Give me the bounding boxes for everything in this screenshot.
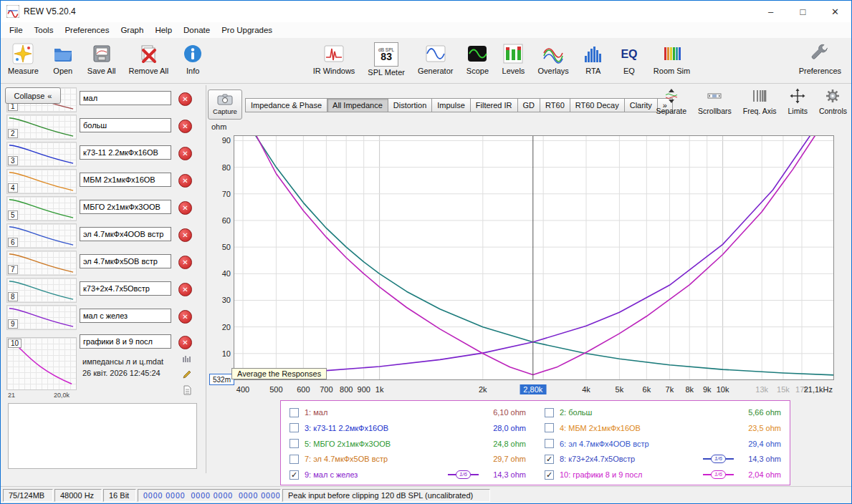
trace-visibility-checkbox[interactable]: [289, 423, 299, 432]
remove-all-button[interactable]: Remove All: [126, 41, 172, 77]
measurement-row[interactable]: 8✕: [4, 277, 206, 304]
measurement-row[interactable]: 5✕: [4, 195, 206, 222]
tab-filtered-ir[interactable]: Filtered IR: [470, 98, 518, 112]
trace-visibility-checkbox[interactable]: [545, 408, 554, 417]
delete-measurement-button[interactable]: ✕: [178, 256, 192, 269]
open-button[interactable]: Open: [49, 41, 77, 77]
notes-box[interactable]: [8, 403, 197, 469]
cursor-frequency-readout[interactable]: 2,80k: [520, 384, 546, 394]
maximize-button[interactable]: □: [787, 1, 819, 22]
smoothing-indicator[interactable]: 1/6: [703, 470, 734, 479]
measurement-row[interactable]: 9✕: [4, 304, 206, 331]
measurement-thumbnail[interactable]: 5: [6, 196, 77, 221]
measurement-row[interactable]: 3✕: [4, 141, 206, 168]
eq-button[interactable]: EQEQ: [615, 41, 643, 78]
menu-item-graph[interactable]: Graph: [115, 24, 149, 37]
tab-distortion[interactable]: Distortion: [388, 98, 432, 112]
measurement-thumbnail[interactable]: 3: [6, 142, 77, 167]
measurement-name-input[interactable]: [80, 118, 171, 132]
delete-measurement-button[interactable]: ✕: [178, 228, 192, 242]
measurement-thumbnail[interactable]: 6: [6, 223, 77, 248]
menu-item-file[interactable]: File: [4, 24, 29, 37]
tab-impulse[interactable]: Impulse: [431, 98, 471, 112]
trace-visibility-checkbox[interactable]: ✓: [289, 470, 299, 480]
room-sim-button[interactable]: Room Sim: [651, 41, 693, 78]
menu-item-donate[interactable]: Donate: [178, 24, 216, 37]
measurement-thumbnail[interactable]: 2: [6, 115, 77, 140]
measurement-thumbnail[interactable]: 8: [6, 278, 77, 303]
impedance-plot[interactable]: [234, 135, 834, 380]
measurement-name-input[interactable]: [80, 91, 171, 105]
trace-visibility-checkbox[interactable]: [289, 455, 299, 464]
delete-measurement-button[interactable]: ✕: [178, 147, 192, 160]
measurement-name-input[interactable]: [80, 309, 171, 323]
tab-clarity[interactable]: Clarity: [624, 98, 658, 112]
trace-visibility-checkbox[interactable]: [545, 439, 554, 448]
measurement-row[interactable]: 6✕: [4, 223, 206, 249]
measurement-thumbnail[interactable]: 9: [6, 305, 77, 330]
close-button[interactable]: ✕: [819, 1, 851, 22]
delete-measurement-button[interactable]: ✕: [178, 201, 192, 215]
generator-button[interactable]: Generator: [415, 41, 456, 78]
tab-all-impedance[interactable]: All Impedance: [327, 98, 388, 112]
selected-measurement-thumbnail[interactable]: 10: [6, 337, 77, 390]
ir-windows-button[interactable]: IR Windows: [310, 41, 358, 78]
measure-button[interactable]: Measure: [5, 41, 42, 77]
preferences-button[interactable]: Preferences: [796, 41, 844, 77]
menu-item-preferences[interactable]: Preferences: [59, 24, 115, 37]
tab-rt60[interactable]: RT60: [540, 98, 570, 112]
menu-item-tools[interactable]: Tools: [29, 24, 59, 37]
menu-item-help[interactable]: Help: [149, 24, 178, 37]
impedance-chart[interactable]: [234, 135, 834, 380]
delete-measurement-button[interactable]: ✕: [178, 310, 192, 324]
overlays-button[interactable]: Overlays: [535, 41, 571, 78]
freq-axis-button[interactable]: Freq. Axis: [743, 88, 777, 115]
axis-bottom-value[interactable]: 532m: [209, 374, 234, 385]
trace-visibility-checkbox[interactable]: ✓: [545, 470, 554, 480]
spl-meter-button[interactable]: dB SPL83SPL Meter: [365, 41, 408, 78]
collapse-button[interactable]: Collapse «: [5, 87, 61, 104]
measurement-row[interactable]: 4✕: [4, 168, 206, 195]
measurement-thumbnail[interactable]: 4: [6, 169, 77, 194]
measurement-name-input[interactable]: [80, 200, 171, 214]
save-all-button[interactable]: Save All: [85, 41, 119, 77]
smoothing-indicator[interactable]: 1/6: [703, 455, 734, 463]
measurement-row[interactable]: 7✕: [4, 250, 206, 276]
tab-rt60-decay[interactable]: RT60 Decay: [570, 98, 625, 112]
delete-measurement-button[interactable]: ✕: [178, 174, 192, 188]
levels-button[interactable]: Levels: [499, 41, 527, 78]
page-icon[interactable]: [181, 384, 193, 396]
measurement-name-input[interactable]: [80, 254, 171, 268]
smoothing-indicator[interactable]: 1/6: [448, 470, 479, 479]
chart-mini-icon[interactable]: [181, 353, 193, 364]
pencil-icon[interactable]: [181, 369, 193, 380]
controls-button[interactable]: Controls: [819, 88, 847, 115]
measurement-thumbnail[interactable]: 7: [6, 251, 77, 276]
measurement-name-input[interactable]: [80, 227, 171, 241]
tab-gd[interactable]: GD: [517, 98, 541, 112]
scrollbars-button[interactable]: Scrollbars: [698, 88, 732, 115]
minimize-button[interactable]: –: [755, 1, 787, 22]
collapse-chevron-icon: «: [47, 92, 52, 100]
trace-visibility-checkbox[interactable]: ✓: [545, 455, 554, 464]
measurement-name-input[interactable]: [80, 334, 171, 349]
separate-button[interactable]: Separate: [656, 88, 686, 115]
measurement-row[interactable]: 2✕: [4, 114, 206, 140]
scope-button[interactable]: Scope: [463, 41, 492, 78]
menu-item-pro-upgrades[interactable]: Pro Upgrades: [216, 24, 278, 37]
measurement-name-input[interactable]: [80, 173, 171, 187]
limits-button[interactable]: Limits: [788, 88, 807, 115]
delete-measurement-button[interactable]: ✕: [178, 120, 192, 133]
trace-visibility-checkbox[interactable]: [545, 423, 554, 432]
delete-measurement-button[interactable]: ✕: [178, 336, 192, 349]
delete-measurement-button[interactable]: ✕: [178, 283, 192, 296]
trace-visibility-checkbox[interactable]: [289, 408, 299, 417]
tab-impedance-phase[interactable]: Impedance & Phase: [245, 98, 327, 112]
info-button[interactable]: Info: [178, 41, 207, 77]
rta-button[interactable]: RTA: [579, 41, 608, 78]
capture-button[interactable]: Capture: [208, 89, 242, 120]
measurement-name-input[interactable]: [80, 145, 171, 160]
trace-visibility-checkbox[interactable]: [289, 439, 299, 448]
delete-measurement-button[interactable]: ✕: [178, 92, 192, 106]
measurement-name-input[interactable]: [80, 281, 171, 296]
